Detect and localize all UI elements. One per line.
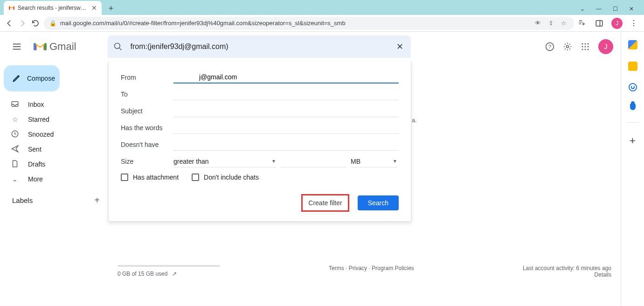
compose-button[interactable]: Compose [4, 65, 60, 91]
contacts-icon[interactable] [630, 104, 636, 110]
filter-panel: From To Subject Has the words [108, 62, 411, 222]
svg-point-2 [115, 43, 120, 49]
create-filter-button[interactable]: Create filter [301, 194, 349, 212]
svg-point-7 [582, 43, 583, 45]
tasks-icon[interactable] [629, 83, 637, 91]
browser-tabstrip: Search results - jeniferswagathdj ✕ + ⌄ … [0, 0, 644, 15]
mail-snippet: ia. [410, 117, 417, 124]
gmail-m-icon [34, 41, 47, 53]
size-operator-value: greater than [173, 158, 209, 165]
side-panel: + [621, 32, 644, 306]
details-link[interactable]: Details [594, 271, 611, 278]
app-name: Gmail [49, 41, 76, 53]
svg-point-11 [585, 46, 586, 48]
clear-search-icon[interactable]: ✕ [395, 42, 405, 52]
svg-point-15 [588, 49, 589, 50]
sidebar-item-inbox[interactable]: Inbox [4, 97, 108, 112]
browser-toolbar: 🔒 mail.google.com/mail/u/0/#create-filte… [0, 15, 644, 32]
sidebar-item-label: Sent [28, 146, 42, 153]
to-input[interactable] [173, 89, 399, 100]
sidebar-item-label: Snoozed [28, 131, 54, 138]
address-bar[interactable]: 🔒 mail.google.com/mail/u/0/#create-filte… [44, 17, 574, 30]
dont-include-chats-label: Don't include chats [204, 174, 259, 181]
haswords-input[interactable] [173, 122, 399, 134]
size-operator-select[interactable]: greater than ▼ [173, 156, 276, 167]
add-label-icon[interactable]: + [94, 195, 100, 206]
divider [627, 122, 638, 123]
calendar-icon[interactable] [628, 40, 637, 49]
open-external-icon[interactable]: ↗ [172, 271, 177, 277]
sidebar-item-more[interactable]: ⌄ More [4, 172, 108, 187]
playlist-icon[interactable] [578, 19, 587, 28]
size-unit-select[interactable]: MB ▼ [351, 156, 397, 167]
has-attachment-checkbox[interactable]: Has attachment [121, 174, 179, 181]
account-avatar[interactable]: J [598, 39, 613, 54]
reload-icon[interactable] [31, 19, 40, 28]
share-icon[interactable]: ⇪ [546, 19, 555, 28]
kebab-icon[interactable]: ⋮ [630, 19, 637, 28]
search-bar[interactable]: ✕ [108, 35, 411, 58]
chevron-down-icon: ⌄ [10, 175, 20, 183]
url-text: mail.google.com/mail/u/0/#create-filter/… [60, 20, 529, 27]
gear-icon[interactable] [563, 42, 572, 51]
sidebar-item-drafts[interactable]: Drafts [4, 157, 108, 172]
help-icon[interactable]: ? [545, 42, 554, 51]
subject-input[interactable] [173, 105, 399, 117]
app-header: Gmail ✕ ? [0, 32, 621, 62]
caret-icon: ▼ [393, 159, 397, 164]
search-button[interactable]: Search [358, 195, 399, 210]
caret-icon: ▼ [271, 159, 276, 164]
from-input[interactable] [173, 71, 399, 83]
sidepanel-icon[interactable] [595, 19, 604, 28]
profile-avatar[interactable]: J [611, 18, 623, 29]
keep-icon[interactable] [628, 62, 637, 71]
size-value-input[interactable] [281, 156, 346, 167]
new-tab-button[interactable]: + [104, 2, 118, 15]
svg-rect-0 [596, 21, 602, 26]
sidebar-item-starred[interactable]: ☆ Starred [4, 112, 108, 127]
sidebar-item-label: Starred [28, 116, 49, 123]
close-window-icon[interactable]: ✕ [629, 6, 634, 12]
size-unit-value: MB [351, 158, 360, 165]
addons-plus-icon[interactable]: + [630, 135, 636, 147]
minimize-icon[interactable]: — [596, 6, 602, 12]
activity-text: Last account activity: 6 minutes ago [523, 265, 611, 271]
has-attachment-label: Has attachment [133, 174, 179, 181]
terms-link[interactable]: Terms [329, 265, 344, 271]
content-area: From To Subject Has the words [108, 62, 621, 306]
labels-heading: Labels [12, 196, 33, 204]
star-icon: ☆ [10, 116, 20, 123]
document-icon [10, 160, 20, 169]
tab-title: Search results - jeniferswagathdj [18, 5, 89, 11]
eye-icon[interactable]: 👁 [533, 19, 542, 28]
dont-include-chats-checkbox[interactable]: Don't include chats [192, 174, 259, 181]
footer: 0 GB of 15 GB used ↗ Terms · Privacy · P… [116, 262, 613, 281]
main-menu-icon[interactable] [7, 37, 26, 56]
avatar-initial: J [616, 20, 618, 27]
sidebar-item-snoozed[interactable]: Snoozed [4, 127, 108, 142]
close-tab-icon[interactable]: ✕ [91, 4, 97, 12]
storage-bar [118, 265, 220, 267]
send-icon [10, 145, 20, 154]
avatar-initial: J [604, 43, 608, 50]
clock-icon [10, 130, 20, 139]
doesnt-input[interactable] [173, 139, 399, 151]
search-input[interactable] [129, 42, 388, 51]
policies-link[interactable]: Program Policies [372, 265, 414, 271]
svg-line-3 [119, 48, 122, 50]
forward-icon [18, 19, 27, 28]
search-icon[interactable] [113, 42, 123, 51]
labels-header: Labels + [4, 187, 108, 208]
star-icon[interactable]: ☆ [559, 19, 568, 28]
browser-tab[interactable]: Search results - jeniferswagathdj ✕ [4, 1, 102, 15]
chevron-down-icon[interactable]: ⌄ [580, 6, 585, 12]
sidebar: Compose Inbox ☆ Starred Sno [0, 62, 108, 306]
maximize-icon[interactable]: ☐ [613, 6, 618, 12]
svg-point-12 [588, 46, 589, 48]
gmail-favicon [8, 5, 15, 11]
privacy-link[interactable]: Privacy [349, 265, 367, 271]
apps-grid-icon[interactable] [581, 42, 590, 51]
sidebar-item-sent[interactable]: Sent [4, 142, 108, 157]
back-icon[interactable] [5, 19, 14, 28]
gmail-logo[interactable]: Gmail [34, 41, 76, 53]
